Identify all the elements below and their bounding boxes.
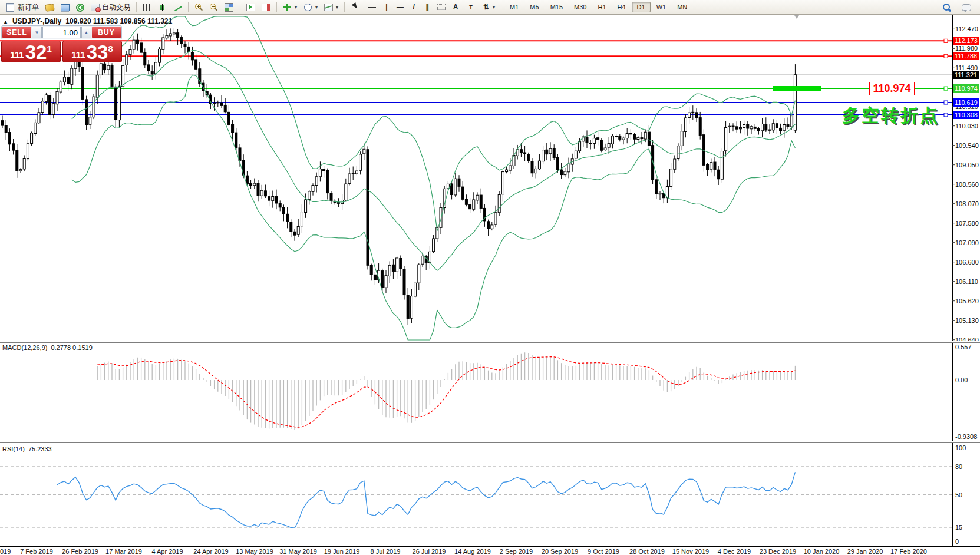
tile-windows-button[interactable] [221,0,237,15]
timeframe-d1[interactable]: D1 [632,2,651,12]
sell-price-big: 32 [25,44,47,61]
one-click-trading-panel: SELL ▼ 1.00 ▲ BUY 111 32 1 111 33 8 [1,25,122,62]
bar-chart-button[interactable] [140,0,154,15]
price-badge: 110.308 [953,111,979,119]
trendline-button[interactable]: / [407,0,420,15]
new-order-button[interactable]: 新订单 [2,0,42,15]
search-icon [942,3,951,12]
text-button[interactable]: A [449,0,462,15]
price-tick-label: 107.580 [955,220,979,227]
pane-divider-2[interactable] [0,441,980,443]
timeframe-mn[interactable]: MN [672,2,692,12]
gold-icon [45,4,55,12]
fibo-icon [437,4,446,11]
symbol-marker-icon: ▲ [3,19,8,25]
date-tick-label: 29 Jan 2020 [847,548,883,555]
line-handle[interactable] [944,113,948,117]
periods-button[interactable]: ▾ [301,0,321,15]
price-tick-label: 112.470 [955,25,978,32]
price-tick-label: 111.980 [955,45,978,52]
chinese-annotation[interactable]: 多空转折点 [842,104,939,128]
market-watch-button[interactable] [58,0,72,15]
toolbar-separator [240,2,240,12]
candles-icon [159,4,166,11]
volume-input[interactable]: 1.00 [42,27,81,38]
fibonacci-button[interactable] [434,0,448,15]
buy-price-panel[interactable]: 111 33 8 [62,41,122,62]
date-tick-label: 19 Jun 2019 [324,548,360,555]
auto-trading-button[interactable]: 自动交易 [88,0,133,15]
crosshair-button[interactable] [365,0,380,15]
symbol-period-label: USDJPY-,Daily [12,17,61,25]
macd-values: 0.2778 0.1519 [51,344,92,351]
horizontal-lines[interactable] [0,39,952,117]
sell-price-main: 111 [10,49,24,60]
chevron-down-icon: ▾ [315,5,318,10]
date-tick-label: 4 Apr 2019 [151,548,183,555]
line-chart-button[interactable] [170,0,185,15]
timeframe-w1[interactable]: W1 [651,2,672,12]
line-handle[interactable] [944,39,948,42]
volume-increase-button[interactable]: ▲ [81,27,91,38]
channel-button[interactable]: ∥ [421,0,434,15]
timeframe-h4[interactable]: H4 [612,2,631,12]
rsi-value: 75.2333 [28,445,52,452]
zoom-out-button[interactable] [206,0,220,15]
toolbar-separator [276,2,277,12]
zoom-in-icon [194,3,203,11]
sell-price-panel[interactable]: 111 32 1 [1,41,61,62]
price-badge: 111.788 [953,52,979,60]
date-tick-label: 15 Nov 2019 [672,548,709,555]
horizontal-line-button[interactable]: — [394,0,407,15]
price-badge: 110.619 [953,98,979,107]
line-handle[interactable] [944,87,948,90]
one-click-prices: 111 32 1 111 33 8 [1,41,122,62]
price-level-callout[interactable]: 110.974 [869,82,915,95]
sell-button[interactable]: SELL [2,27,31,38]
chat-button[interactable] [959,0,974,15]
macd-signal-line [97,357,795,427]
candle-chart-button[interactable] [155,0,170,15]
vertical-line-button[interactable]: | [380,0,393,15]
volume-decrease-button[interactable]: ▼ [32,27,42,38]
trendline-button-glyph: / [410,3,417,11]
date-tick-label: 26 Jul 2019 [413,548,446,555]
indicators-button[interactable]: ▾ [280,0,300,15]
sell-price-sup: 1 [47,44,51,54]
timeframe-m15[interactable]: M15 [545,2,568,12]
green-level-bar[interactable] [773,86,821,91]
buy-button[interactable]: BUY [92,27,121,38]
profiles-button[interactable] [42,0,57,15]
macd-tick-label: 0.557 [955,343,972,351]
text-label-button[interactable]: T [463,0,479,15]
signals-button[interactable] [73,0,87,15]
chart-shift-button[interactable] [259,0,273,15]
line-handle[interactable] [944,54,948,58]
timeframe-m5[interactable]: M5 [524,2,544,12]
timeframe-h1[interactable]: H1 [592,2,611,12]
timeframe-m30[interactable]: M30 [569,2,592,12]
rsi-tick-label: 50 [955,491,962,498]
zoom-in-button[interactable] [192,0,206,15]
buy-price-sup: 8 [108,44,113,54]
price-tick-label: 109.540 [955,142,979,149]
macd-tick-label: -0.9308 [955,433,977,440]
arrows-button-glyph: ⇅ [483,3,490,11]
text-button-glyph: A [452,3,459,11]
toolbar-separator [501,2,501,12]
auto-scroll-button[interactable] [243,0,258,15]
date-tick-label: 7 Feb 2019 [20,548,53,555]
line-handle[interactable] [944,101,948,104]
pane-divider-1[interactable] [0,341,980,343]
date-tick-label: 17 Feb 2020 [890,548,927,555]
date-tick-label: 8 Jul 2019 [371,548,401,555]
timeframe-m1[interactable]: M1 [504,2,524,12]
new-order-button-label: 新订单 [18,2,39,12]
templates-button[interactable]: ▾ [321,0,341,15]
rsi-tick-label: 100 [955,444,966,451]
horizontal-line-button-glyph: — [397,3,404,11]
rsi-label: RSI(14) 75.2333 [2,445,52,452]
arrows-button[interactable]: ⇅▾ [480,0,498,15]
cursor-button[interactable] [348,0,364,15]
search-button[interactable] [939,0,954,15]
